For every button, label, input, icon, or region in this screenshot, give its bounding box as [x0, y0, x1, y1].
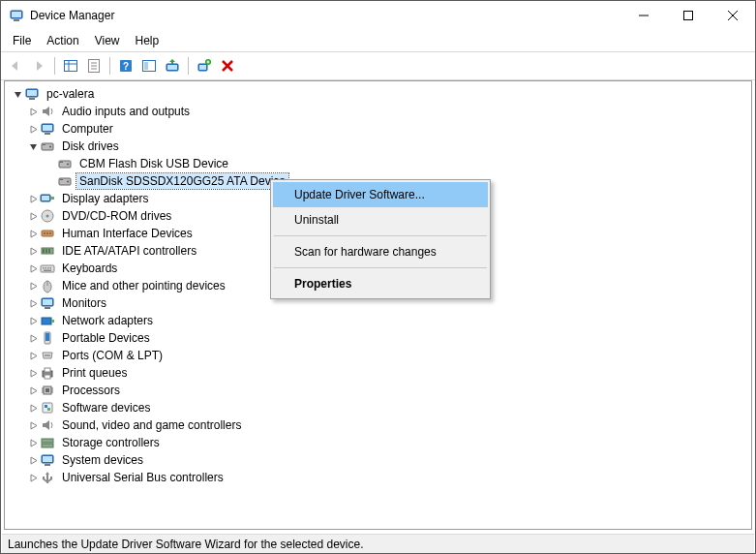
disk-drive-icon: [57, 173, 73, 189]
svg-rect-62: [43, 299, 52, 305]
context-menu-uninstall[interactable]: Uninstall: [273, 207, 488, 232]
svg-rect-4: [684, 12, 693, 20]
monitor-icon: [40, 121, 55, 137]
forward-button: [28, 55, 49, 77]
tree-category-computer[interactable]: Computer: [5, 120, 751, 138]
computer-icon: [24, 86, 40, 102]
window-controls: [621, 1, 755, 30]
tree-category-audio[interactable]: Audio inputs and outputs: [5, 103, 751, 120]
chevron-right-icon[interactable]: [26, 401, 40, 415]
chevron-down-icon[interactable]: [26, 139, 40, 153]
tree-category-usb[interactable]: Universal Serial Bus controllers: [5, 469, 751, 486]
svg-rect-89: [45, 464, 50, 466]
tree-root-label: pc-valera: [44, 86, 97, 102]
chevron-right-icon[interactable]: [26, 366, 40, 380]
svg-text:?: ?: [123, 61, 129, 72]
show-hide-console-button[interactable]: [60, 55, 81, 77]
usb-icon: [40, 470, 55, 485]
svg-rect-2: [14, 19, 19, 21]
svg-point-35: [67, 164, 69, 166]
tree-category-portable[interactable]: Portable Devices: [5, 329, 751, 347]
maximize-button[interactable]: [666, 1, 711, 30]
svg-rect-86: [42, 444, 53, 447]
svg-rect-54: [43, 267, 45, 269]
chevron-right-icon[interactable]: [26, 262, 40, 275]
tree-category-system[interactable]: System devices: [5, 451, 751, 469]
chevron-right-icon[interactable]: [26, 105, 40, 118]
chevron-right-icon[interactable]: [26, 331, 40, 345]
svg-rect-39: [60, 179, 63, 180]
chevron-right-icon[interactable]: [26, 122, 40, 136]
svg-rect-58: [44, 270, 51, 272]
action-center-button[interactable]: [138, 55, 160, 77]
storage-controller-icon: [40, 435, 55, 450]
svg-rect-48: [49, 232, 51, 234]
tree-category-ports[interactable]: Ports (COM & LPT): [5, 347, 751, 364]
chevron-right-icon[interactable]: [26, 279, 40, 292]
tree-item-disk-cbm[interactable]: CBM Flash Disk USB Device: [5, 155, 751, 172]
context-menu-separator: [274, 267, 487, 268]
tree-root[interactable]: pc-valera: [5, 85, 751, 103]
svg-rect-42: [50, 197, 54, 200]
display-adapter-icon: [40, 191, 55, 206]
chevron-right-icon[interactable]: [26, 349, 40, 362]
software-device-icon: [40, 400, 55, 416]
uninstall-button[interactable]: [194, 55, 215, 77]
disable-button[interactable]: [217, 55, 238, 77]
tree-category-storage[interactable]: Storage controllers: [5, 434, 751, 451]
context-menu-properties[interactable]: Properties: [273, 271, 488, 296]
close-button[interactable]: [711, 1, 755, 30]
svg-rect-41: [42, 196, 49, 200]
chevron-down-icon[interactable]: [11, 87, 24, 101]
toolbar-separator: [109, 57, 110, 75]
svg-rect-88: [43, 456, 52, 462]
tree-category-software[interactable]: Software devices: [5, 399, 751, 416]
tree-category-processors[interactable]: Processors: [5, 382, 751, 399]
chevron-right-icon[interactable]: [26, 418, 40, 432]
properties-button[interactable]: [83, 55, 105, 77]
svg-rect-27: [29, 98, 35, 100]
svg-rect-84: [47, 408, 50, 411]
svg-rect-26: [27, 90, 37, 96]
chevron-right-icon[interactable]: [26, 192, 40, 205]
svg-rect-83: [45, 405, 47, 408]
menu-view[interactable]: View: [87, 32, 128, 49]
tree-category-disk[interactable]: Disk drives: [5, 138, 751, 155]
svg-rect-64: [42, 318, 51, 324]
titlebar: Device Manager: [1, 1, 755, 30]
svg-rect-19: [167, 65, 177, 70]
svg-point-70: [48, 354, 50, 356]
chevron-right-icon[interactable]: [26, 296, 40, 310]
system-device-icon: [40, 452, 55, 468]
back-button: [5, 55, 26, 77]
chevron-right-icon[interactable]: [26, 436, 40, 449]
keyboard-icon: [40, 261, 55, 276]
network-adapter-icon: [40, 313, 55, 328]
menu-action[interactable]: Action: [39, 32, 86, 49]
update-driver-button[interactable]: [162, 55, 183, 77]
svg-rect-51: [45, 249, 47, 253]
tree-category-network[interactable]: Network adapters: [5, 312, 751, 329]
menu-help[interactable]: Help: [128, 32, 167, 49]
tree-category-print[interactable]: Print queues: [5, 364, 751, 382]
device-tree-pane[interactable]: pc-valera Audio inputs and outputs Compu…: [4, 80, 752, 530]
toolbar-separator: [188, 57, 189, 75]
svg-rect-29: [43, 125, 52, 131]
svg-rect-50: [43, 249, 45, 253]
svg-rect-63: [45, 307, 50, 309]
menu-file[interactable]: File: [5, 32, 39, 49]
chevron-right-icon[interactable]: [26, 314, 40, 327]
svg-rect-55: [45, 267, 47, 269]
context-menu-scan[interactable]: Scan for hardware changes: [273, 239, 488, 264]
chevron-right-icon[interactable]: [26, 453, 40, 467]
tree-category-sound[interactable]: Sound, video and game controllers: [5, 416, 751, 434]
chevron-right-icon[interactable]: [26, 471, 40, 484]
help-button[interactable]: ?: [115, 55, 136, 77]
chevron-right-icon[interactable]: [26, 384, 40, 397]
chevron-right-icon[interactable]: [26, 244, 40, 258]
minimize-button[interactable]: [621, 1, 666, 30]
chevron-right-icon[interactable]: [26, 209, 40, 223]
svg-rect-46: [44, 232, 45, 234]
chevron-right-icon[interactable]: [26, 227, 40, 240]
context-menu-update-driver[interactable]: Update Driver Software...: [273, 182, 488, 207]
